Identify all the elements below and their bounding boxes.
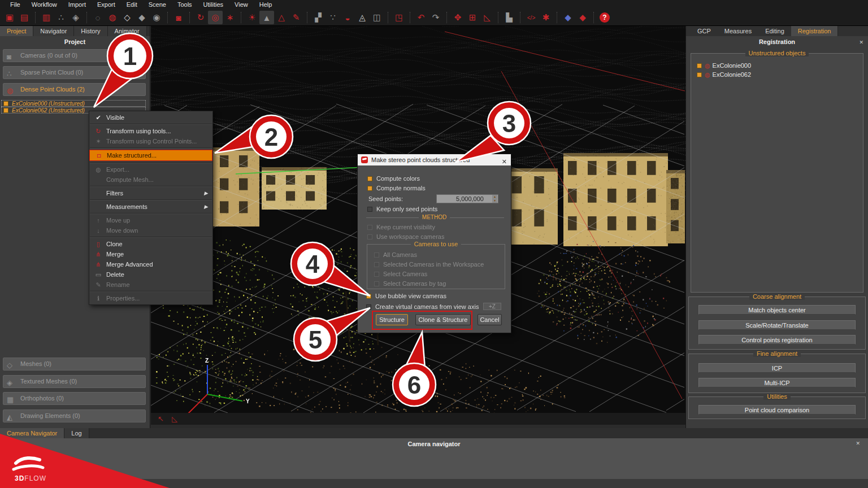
help-icon[interactable]: ? xyxy=(600,12,610,23)
compute-normals-checkbox[interactable]: Compute normals xyxy=(367,185,426,192)
checkbox-unchecked[interactable] xyxy=(366,304,371,310)
project-row-cameras[interactable]: ◙ Cameras (0 out of 0) xyxy=(3,49,146,62)
multi-icp-button[interactable]: Multi-ICP xyxy=(698,378,856,387)
brush-icon[interactable]: ✎ xyxy=(289,11,303,24)
menu-item-rename[interactable]: ✎ Rename xyxy=(89,280,212,290)
use-bubble-view-cameras-checkbox[interactable]: Use bubble view cameras xyxy=(366,293,446,300)
select-cameras-checkbox[interactable]: Select Cameras xyxy=(374,271,427,278)
project-row-orthophotos[interactable]: ▦ Orthophotos (0) xyxy=(3,392,146,405)
checkbox-checked[interactable] xyxy=(366,294,371,299)
visibility-checkbox[interactable] xyxy=(697,72,702,77)
menu-item-clone[interactable]: ▯ Clone xyxy=(89,239,212,249)
point-cloud-comparison-button[interactable]: Point cloud comparison xyxy=(698,405,856,415)
project-row-dense[interactable]: ◍ Dense Point Clouds (2) xyxy=(3,83,146,96)
render-wireframe-icon[interactable]: △ xyxy=(274,11,289,24)
visibility-checkbox[interactable] xyxy=(697,63,702,68)
measure-icon[interactable]: ◺ xyxy=(480,11,494,24)
scripting-icon[interactable]: </> xyxy=(524,11,539,24)
icp-button[interactable]: ICP xyxy=(698,363,856,373)
show-textured-icon[interactable]: ◫ xyxy=(370,11,384,24)
dialog-close-icon[interactable]: ✕ xyxy=(502,156,507,167)
visibility-checkbox[interactable] xyxy=(3,108,8,113)
menu-item-make-structured[interactable]: ◘ Make structured... xyxy=(89,150,212,161)
keep-only-seed-points-checkbox[interactable]: Keep only seed points xyxy=(367,206,437,213)
project-row-textured-meshes[interactable]: ◈ Textured Meshes (0) xyxy=(3,375,146,388)
scale-rotate-translate-button[interactable]: Scale/Rotate/Translate xyxy=(698,320,856,330)
spinner-arrows-icon[interactable]: ▲▼ xyxy=(492,195,497,203)
checkbox-checked[interactable] xyxy=(367,186,372,191)
menu-item-delete[interactable]: ▭ Delete xyxy=(89,269,212,280)
menu-item-move-up[interactable]: ↑ Move up xyxy=(89,215,212,225)
measure-angle-icon[interactable]: ◺ xyxy=(172,415,177,423)
control-points-registration-button[interactable]: Control points registration xyxy=(698,335,856,345)
zephyr-tool-icon[interactable]: ◆ xyxy=(575,11,590,24)
project-row-meshes[interactable]: ◇ Meshes (0) xyxy=(3,358,146,371)
menu-item-merge-advanced[interactable]: ⋔ Merge Advanced xyxy=(89,259,212,269)
tab-animator[interactable]: Animator xyxy=(108,26,147,36)
tab-editing[interactable]: Editing xyxy=(758,26,791,36)
visibility-checkbox[interactable] xyxy=(3,101,8,106)
checkbox-unchecked[interactable] xyxy=(367,207,372,212)
undo-icon[interactable]: ↶ xyxy=(414,11,428,24)
project-row-drawing-elements[interactable]: ◭ Drawing Elements (0) xyxy=(3,409,146,422)
project-row-sparse[interactable]: ∴ Sparse Point Cloud (0) xyxy=(3,66,146,79)
tab-navigator[interactable]: Navigator xyxy=(33,26,74,36)
select-cameras-by-tag-checkbox[interactable]: Select Cameras by tag xyxy=(374,280,446,287)
dense-upgrade-icon[interactable]: ◍ xyxy=(105,11,120,24)
open-project-icon[interactable]: ▣ xyxy=(2,11,17,24)
all-cameras-checkbox[interactable]: All Cameras xyxy=(374,251,417,259)
menu-item-measurements[interactable]: Measurements ▶ xyxy=(89,202,212,212)
menu-file[interactable]: File xyxy=(5,0,26,10)
panel-close-icon[interactable]: ✕ xyxy=(859,40,863,45)
compute-colors-checkbox[interactable]: Compute colors xyxy=(367,175,420,182)
cancel-button[interactable]: Cancel xyxy=(478,314,502,325)
select-cursor-icon[interactable]: ↖ xyxy=(158,415,164,423)
menu-edit[interactable]: Edit xyxy=(121,0,143,10)
cameras-visibility-icon[interactable]: ▞ xyxy=(311,11,326,24)
mesh-upgrade-icon[interactable]: ◇ xyxy=(120,11,134,24)
sparse-upgrade-icon[interactable]: ◌ xyxy=(90,11,105,24)
cloud-upgrade-icon[interactable]: ◉ xyxy=(149,11,164,24)
tab-gcp[interactable]: GCP xyxy=(691,26,718,36)
move-gizmo-icon[interactable]: ✥ xyxy=(450,11,465,24)
tab-measures[interactable]: Measures xyxy=(718,26,758,36)
menu-item-transform-control-points[interactable]: ✶ Transform using Control Points... xyxy=(89,136,212,146)
import-pictures-icon[interactable]: ▥ xyxy=(39,11,54,24)
tab-registration[interactable]: Registration xyxy=(791,26,839,36)
crop-icon[interactable]: ⊞ xyxy=(465,11,480,24)
menu-export[interactable]: Export xyxy=(92,0,121,10)
dialog-title-bar[interactable]: Make stereo point clouds structured ✕ xyxy=(358,154,511,165)
show-mesh-icon[interactable]: ◬ xyxy=(355,11,370,24)
masquerade-icon[interactable]: ◆ xyxy=(561,11,575,24)
menu-item-filters[interactable]: Filters ▶ xyxy=(89,188,212,198)
menu-tools[interactable]: Tools xyxy=(172,0,198,10)
dense-generation-icon[interactable]: ◈ xyxy=(68,11,83,24)
render-solid-icon[interactable]: ▲ xyxy=(259,11,274,24)
camera-icon[interactable]: ◙ xyxy=(171,11,186,24)
show-sparse-icon[interactable]: ∵ xyxy=(326,11,340,24)
menu-view[interactable]: View xyxy=(229,0,254,10)
tab-history[interactable]: History xyxy=(74,26,107,36)
menu-help[interactable]: Help xyxy=(254,0,278,10)
redo-icon[interactable]: ↷ xyxy=(428,11,443,24)
object-row-excolonie000[interactable]: ◍ExColonie000 xyxy=(697,62,751,69)
structure-tree-icon[interactable]: ∗ xyxy=(223,11,237,24)
create-virtual-cameras-checkbox[interactable]: Create virtual cameras from view axis xyxy=(366,303,479,311)
tab-project[interactable]: Project xyxy=(0,26,33,36)
textured-mesh-upgrade-icon[interactable]: ◆ xyxy=(134,11,149,24)
menu-scene[interactable]: Scene xyxy=(143,0,172,10)
show-dense-icon[interactable]: ◒ xyxy=(340,11,355,24)
menu-item-properties[interactable]: ℹ Properties... xyxy=(89,293,212,303)
save-project-icon[interactable]: ▤ xyxy=(17,11,32,24)
use-workspace-cameras-checkbox[interactable]: Use workspace cameras xyxy=(367,233,444,241)
screenshot-icon[interactable]: ◳ xyxy=(392,11,406,24)
seed-points-spinbox[interactable]: 5,000,000 ▲▼ xyxy=(436,194,498,203)
menu-item-compute-mesh[interactable]: Compute Mesh... xyxy=(89,175,212,185)
panel-close-icon[interactable]: ✕ xyxy=(856,441,860,446)
checkbox-checked[interactable] xyxy=(367,176,372,181)
histogram-icon[interactable]: ▙ xyxy=(502,11,517,24)
light-icon[interactable]: ☀ xyxy=(245,11,259,24)
sparse-generation-icon[interactable]: ∴ xyxy=(54,11,68,24)
menu-workflow[interactable]: Workflow xyxy=(26,0,63,10)
menu-item-transform-tools[interactable]: ↻ Transform using tools... xyxy=(89,126,212,136)
